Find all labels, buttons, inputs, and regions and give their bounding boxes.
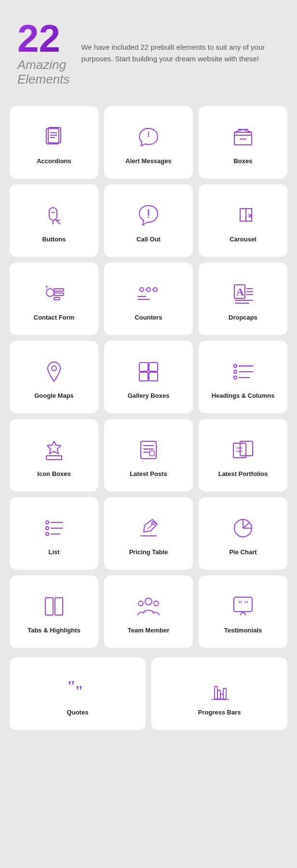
- svg-point-55: [46, 532, 49, 535]
- boxes-label: Boxes: [233, 157, 252, 165]
- element-quotes[interactable]: " " Quotes: [10, 658, 146, 730]
- element-pie-chart[interactable]: Pie Chart: [199, 497, 287, 570]
- element-call-out[interactable]: Call Out: [104, 184, 193, 257]
- list-label: List: [48, 548, 59, 556]
- pie-chart-icon: [230, 515, 256, 542]
- carousel-label: Carousel: [230, 236, 256, 243]
- carousel-icon: [230, 202, 256, 229]
- element-boxes[interactable]: Boxes: [199, 106, 287, 179]
- boxes-icon: [230, 124, 256, 151]
- element-accordions[interactable]: Accordions: [10, 106, 98, 179]
- header-left: 22 Amazing Elements: [17, 19, 69, 87]
- team-member-icon: [135, 593, 162, 620]
- quotes-label: Quotes: [67, 709, 89, 716]
- svg-point-32: [52, 366, 56, 371]
- svg-rect-35: [139, 372, 148, 381]
- accordions-icon: [40, 124, 68, 151]
- headings-columns-icon: [230, 358, 256, 385]
- element-testimonials[interactable]: " " Testimonials: [199, 575, 287, 648]
- svg-point-53: [46, 521, 49, 524]
- google-maps-icon: [40, 358, 68, 385]
- header-description: We have included 22 prebuilt elements to…: [81, 42, 280, 65]
- svg-rect-17: [54, 297, 60, 300]
- list-icon: [40, 515, 68, 542]
- svg-point-54: [46, 527, 49, 530]
- svg-rect-15: [54, 289, 64, 291]
- amazing-text: Amazing Elements: [17, 58, 69, 87]
- pricing-table-icon: [135, 515, 162, 542]
- headings-columns-label: Headings & Columns: [212, 392, 275, 399]
- svg-rect-68: [234, 597, 252, 612]
- element-buttons[interactable]: Buttons: [10, 184, 98, 257]
- svg-rect-11: [49, 208, 57, 220]
- svg-rect-63: [45, 598, 53, 615]
- elements-grid: Accordions Alert Messages Boxes: [0, 101, 297, 658]
- alert-messages-icon: [135, 124, 162, 151]
- svg-point-14: [46, 289, 54, 296]
- latest-posts-icon: [135, 436, 162, 463]
- contact-form-label: Contact Form: [34, 314, 75, 321]
- latest-posts-label: Latest Posts: [130, 470, 167, 477]
- element-latest-portfolios[interactable]: Latest Portfolios: [199, 419, 287, 491]
- svg-rect-34: [149, 363, 158, 371]
- svg-text:": ": [75, 682, 83, 700]
- element-latest-posts[interactable]: Latest Posts: [104, 419, 193, 491]
- svg-point-67: [154, 601, 159, 606]
- svg-rect-75: [215, 686, 217, 699]
- svg-rect-16: [54, 293, 64, 295]
- alert-messages-label: Alert Messages: [125, 157, 171, 165]
- element-dropcaps[interactable]: A Dropcaps: [199, 263, 287, 335]
- progress-bars-icon: [206, 675, 233, 702]
- counters-icon: [135, 280, 162, 307]
- contact-form-icon: [40, 280, 68, 307]
- element-counters[interactable]: Counters: [104, 263, 193, 335]
- latest-portfolios-label: Latest Portfolios: [218, 470, 268, 477]
- element-progress-bars[interactable]: Progress Bars: [151, 658, 287, 730]
- svg-point-39: [234, 376, 237, 379]
- svg-text:A: A: [236, 286, 244, 298]
- element-pricing-table[interactable]: Pricing Table: [104, 497, 193, 570]
- google-maps-label: Google Maps: [34, 392, 74, 399]
- accordions-label: Accordions: [37, 157, 71, 165]
- svg-point-60: [152, 522, 155, 525]
- element-google-maps[interactable]: Google Maps: [10, 341, 98, 413]
- gallery-boxes-icon: [135, 358, 162, 385]
- pie-chart-label: Pie Chart: [229, 548, 256, 556]
- dropcaps-label: Dropcaps: [229, 314, 257, 321]
- buttons-icon: [40, 202, 68, 229]
- gallery-boxes-label: Gallery Boxes: [128, 392, 170, 399]
- pricing-table-label: Pricing Table: [129, 548, 168, 556]
- svg-rect-43: [46, 456, 62, 460]
- element-contact-form[interactable]: Contact Form: [10, 263, 98, 335]
- svg-rect-36: [149, 372, 158, 381]
- svg-point-18: [140, 288, 144, 292]
- elements-grid-bottom: " " Quotes Progress Bars: [0, 658, 297, 740]
- svg-point-37: [234, 364, 237, 367]
- element-alert-messages[interactable]: Alert Messages: [104, 106, 193, 179]
- call-out-label: Call Out: [136, 236, 161, 243]
- element-gallery-boxes[interactable]: Gallery Boxes: [104, 341, 193, 413]
- svg-text:": ": [244, 600, 249, 609]
- testimonials-label: Testimonials: [224, 627, 262, 634]
- element-list[interactable]: List: [10, 497, 98, 570]
- element-team-member[interactable]: Team Member: [104, 575, 193, 648]
- svg-point-38: [234, 370, 237, 373]
- buttons-label: Buttons: [42, 236, 66, 243]
- tabs-highlights-label: Tabs & Highlights: [27, 627, 81, 634]
- progress-bars-label: Progress Bars: [198, 709, 241, 716]
- call-out-icon: [135, 202, 162, 229]
- element-tabs-highlights[interactable]: Tabs & Highlights: [10, 575, 98, 648]
- svg-line-59: [148, 524, 152, 529]
- big-number: 22: [17, 19, 69, 58]
- svg-text:": ": [238, 600, 243, 609]
- svg-point-13: [148, 217, 149, 218]
- header: 22 Amazing Elements We have included 22 …: [0, 0, 297, 101]
- svg-point-66: [138, 601, 143, 606]
- svg-point-20: [153, 288, 157, 292]
- element-carousel[interactable]: Carousel: [199, 184, 287, 257]
- icon-boxes-icon: [40, 436, 68, 463]
- quotes-icon: " ": [64, 675, 91, 702]
- element-icon-boxes[interactable]: Icon Boxes: [10, 419, 98, 491]
- icon-boxes-label: Icon Boxes: [37, 470, 70, 477]
- element-headings-columns[interactable]: Headings & Columns: [199, 341, 287, 413]
